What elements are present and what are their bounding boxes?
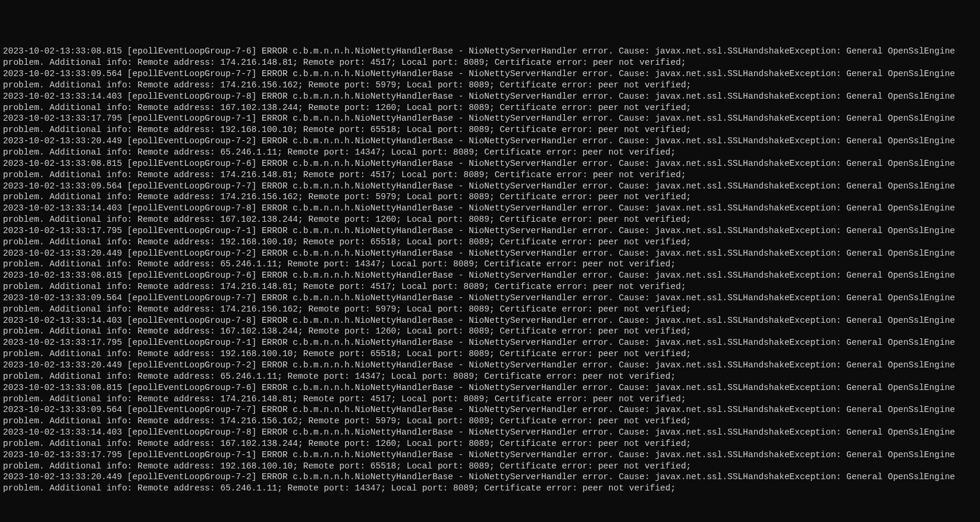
log-line: 2023-10-02-13:33:09.564 [epollEventLoopG… xyxy=(3,68,977,91)
log-line: 2023-10-02-13:33:17.795 [epollEventLoopG… xyxy=(3,337,977,360)
log-line: 2023-10-02-13:33:09.564 [epollEventLoopG… xyxy=(3,293,977,315)
log-line: 2023-10-02-13:33:08.815 [epollEventLoopG… xyxy=(3,270,977,293)
log-line: 2023-10-02-13:33:14.403 [epollEventLoopG… xyxy=(3,91,977,114)
log-line: 2023-10-02-13:33:08.815 [epollEventLoopG… xyxy=(3,158,977,181)
terminal-log-output[interactable]: 2023-10-02-13:33:08.815 [epollEventLoopG… xyxy=(3,46,977,494)
log-line: 2023-10-02-13:33:17.795 [epollEventLoopG… xyxy=(3,449,977,472)
log-line: 2023-10-02-13:33:09.564 [epollEventLoopG… xyxy=(3,404,977,427)
log-line: 2023-10-02-13:33:20.449 [epollEventLoopG… xyxy=(3,471,977,494)
log-line: 2023-10-02-13:33:09.564 [epollEventLoopG… xyxy=(3,181,977,203)
log-line: 2023-10-02-13:33:20.449 [epollEventLoopG… xyxy=(3,248,977,271)
log-line: 2023-10-02-13:33:20.449 [epollEventLoopG… xyxy=(3,136,977,158)
log-line: 2023-10-02-13:33:17.795 [epollEventLoopG… xyxy=(3,113,977,136)
log-line: 2023-10-02-13:33:14.403 [epollEventLoopG… xyxy=(3,315,977,338)
log-line: 2023-10-02-13:33:08.815 [epollEventLoopG… xyxy=(3,46,977,68)
log-line: 2023-10-02-13:33:08.815 [epollEventLoopG… xyxy=(3,382,977,405)
log-line: 2023-10-02-13:33:14.403 [epollEventLoopG… xyxy=(3,203,977,225)
log-line: 2023-10-02-13:33:20.449 [epollEventLoopG… xyxy=(3,360,977,382)
log-line: 2023-10-02-13:33:14.403 [epollEventLoopG… xyxy=(3,427,977,449)
log-line: 2023-10-02-13:33:17.795 [epollEventLoopG… xyxy=(3,225,977,248)
